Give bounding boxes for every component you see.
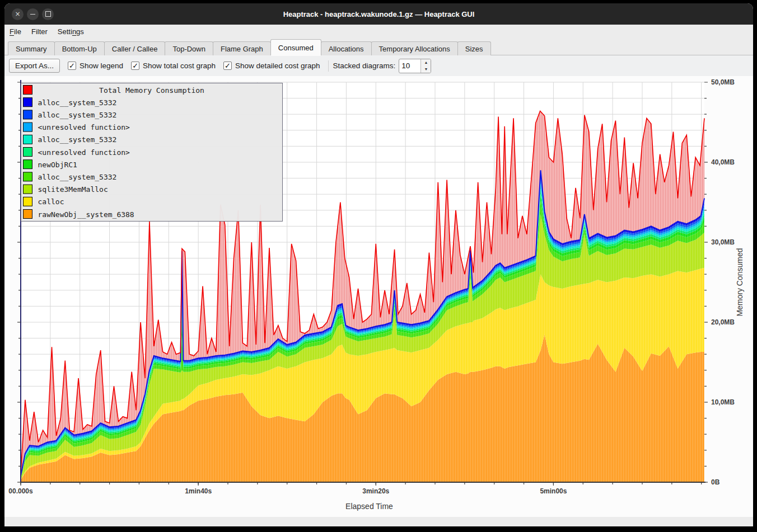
chart-canvas[interactable]: 0B10,0MB20,0MB30,0MB40,0MB50,0MB00.000s1…: [4, 76, 753, 517]
tab-top-down[interactable]: Top-Down: [165, 41, 213, 55]
maximize-button[interactable]: [42, 8, 54, 20]
minimize-icon: [30, 14, 35, 15]
minimize-button[interactable]: [27, 8, 39, 20]
tab-bar: Summary Bottom-Up Caller / Callee Top-Do…: [4, 38, 753, 55]
x-axis-title: Elapsed Time: [345, 502, 393, 511]
legend-label: calloc: [38, 197, 64, 206]
legend-label: alloc__system_5332: [38, 173, 117, 181]
checkbox-icon[interactable]: ✓: [131, 62, 139, 70]
legend-swatch: [24, 185, 32, 194]
y-tick-label: 50,0MB: [711, 78, 735, 86]
legend-label: Total Memory Consumption: [99, 86, 204, 95]
export-as-button[interactable]: Export As...: [9, 59, 60, 73]
window-title: Heaptrack - heaptrack.wakunode.1.gz — He…: [4, 10, 753, 18]
legend-swatch: [24, 160, 32, 169]
tab-flame-graph[interactable]: Flame Graph: [213, 41, 271, 55]
legend-label: newObjRC1: [38, 161, 77, 169]
close-button[interactable]: ×: [12, 8, 24, 20]
legend-label: sqlite3MemMalloc: [38, 185, 108, 194]
checkbox-label: Show total cost graph: [143, 62, 216, 70]
tab-caller-callee[interactable]: Caller / Callee: [104, 41, 166, 55]
legend-swatch: [24, 172, 32, 181]
x-tick-label: 5min00s: [540, 487, 567, 495]
x-tick-label: 3min20s: [362, 487, 389, 495]
toolbar: Export As... ✓ Show legend ✓ Show total …: [4, 55, 753, 76]
x-tick-label: 1min40s: [185, 487, 212, 495]
checkbox-icon[interactable]: ✓: [68, 62, 76, 70]
y-tick-label: 10,0MB: [711, 398, 735, 406]
y-axis-title: Memory Consumed: [735, 248, 744, 316]
legend-swatch: [24, 210, 32, 219]
footer-strip: [4, 517, 753, 526]
legend-swatch: [24, 98, 32, 107]
spin-buttons: ▲ ▼: [420, 59, 431, 73]
legend-label: alloc__system_5332: [38, 135, 117, 144]
app-window: × Heaptrack - heaptrack.wakunode.1.gz — …: [4, 3, 753, 526]
close-icon: ×: [15, 8, 20, 20]
legend-swatch: [24, 135, 32, 144]
tab-sizes[interactable]: Sizes: [457, 41, 491, 55]
y-tick-label: 20,0MB: [711, 318, 735, 326]
legend-label: <unresolved function>: [38, 148, 130, 157]
legend-swatch: [24, 110, 32, 119]
checkbox-label: Show detailed cost graph: [235, 62, 320, 70]
window-controls: ×: [4, 8, 54, 20]
memory-chart[interactable]: 0B10,0MB20,0MB30,0MB40,0MB50,0MB00.000s1…: [4, 76, 753, 517]
legend-swatch: [24, 197, 32, 206]
stacked-diagrams-input[interactable]: [399, 59, 420, 73]
menubar: File Filter Settings: [4, 25, 753, 39]
tab-consumed[interactable]: Consumed: [270, 39, 321, 55]
toolbar-divider: [328, 60, 329, 72]
spin-down-button[interactable]: ▼: [421, 66, 431, 73]
legend-swatch: [24, 148, 32, 157]
checkbox-icon[interactable]: ✓: [223, 62, 232, 70]
x-tick-label: 00.000s: [8, 487, 33, 495]
spin-up-button[interactable]: ▲: [421, 59, 431, 66]
checkbox-show-total-cost-graph[interactable]: ✓ Show total cost graph: [131, 62, 216, 70]
legend-swatch: [24, 86, 32, 95]
stacked-diagrams-spinbox[interactable]: ▲ ▼: [399, 59, 431, 73]
legend-label: rawNewObj__system_6388: [38, 210, 134, 219]
legend-label: <unresolved function>: [38, 123, 130, 131]
menu-item-filter[interactable]: Filter: [26, 25, 53, 38]
legend-swatch: [24, 123, 32, 131]
maximize-icon: [45, 11, 51, 17]
legend-box: Total Memory Consumptionalloc__system_53…: [21, 83, 283, 222]
menu-item-file[interactable]: File: [4, 25, 26, 38]
legend-label: alloc__system_5332: [38, 98, 117, 107]
y-tick-label: 40,0MB: [711, 158, 735, 166]
tab-temporary-allocations[interactable]: Temporary Allocations: [371, 41, 458, 55]
tab-summary[interactable]: Summary: [8, 41, 55, 55]
menu-item-settings[interactable]: Settings: [53, 25, 89, 38]
tab-bottom-up[interactable]: Bottom-Up: [54, 41, 105, 55]
checkbox-label: Show legend: [80, 62, 123, 70]
legend-label: alloc__system_5332: [38, 111, 117, 119]
checkbox-show-detailed-cost-graph[interactable]: ✓ Show detailed cost graph: [223, 62, 320, 70]
y-tick-label: 30,0MB: [711, 238, 735, 246]
y-tick-label: 0B: [711, 478, 720, 486]
tab-allocations[interactable]: Allocations: [321, 41, 372, 55]
checkbox-show-legend[interactable]: ✓ Show legend: [68, 62, 123, 70]
titlebar: × Heaptrack - heaptrack.wakunode.1.gz — …: [4, 3, 753, 25]
stacked-diagrams-label: Stacked diagrams:: [333, 62, 396, 70]
